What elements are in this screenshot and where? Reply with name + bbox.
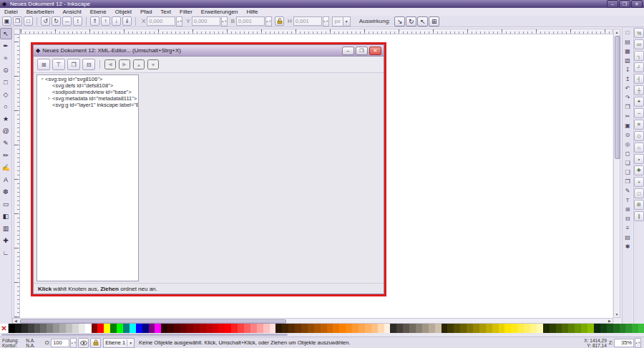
xml-tree-node[interactable]: <sodipodi:namedview id="base"> xyxy=(37,89,138,95)
rotate-cw-button[interactable]: ↻ xyxy=(52,16,61,26)
xml-tree-node[interactable]: ▿ <svg:svg id="svg8106"> xyxy=(37,76,138,82)
palette-swatch[interactable] xyxy=(53,324,59,333)
palette-swatch[interactable] xyxy=(9,324,15,333)
menu-erweiterungen[interactable]: Erweiterungen xyxy=(197,8,243,16)
palette-swatch[interactable] xyxy=(339,324,346,333)
palette-swatch[interactable] xyxy=(530,324,537,333)
text-dialog-button[interactable]: T xyxy=(623,195,633,204)
tweak-tool[interactable]: ≈ xyxy=(0,52,12,64)
select-all-button[interactable]: ▣ xyxy=(2,16,11,26)
snap-grid-toggle[interactable]: ⊞ xyxy=(634,200,644,210)
palette-swatch[interactable] xyxy=(136,324,142,333)
fill-stroke-indicator[interactable]: Füllung: N.A. Kontur: N.A. xyxy=(2,338,35,348)
align-dialog-button[interactable]: ⊟ xyxy=(623,214,633,223)
menu-objekt[interactable]: Objekt xyxy=(111,8,136,16)
duplicate-button[interactable]: ❏ xyxy=(623,158,633,167)
palette-swatch[interactable] xyxy=(517,324,524,333)
new-element-node-button[interactable]: ⊞ xyxy=(37,59,50,70)
snap-bbox-edges-toggle[interactable]: ┐ xyxy=(634,51,644,61)
palette-swatch[interactable] xyxy=(352,324,358,333)
affect-rotate-toggle[interactable]: ↻ xyxy=(406,16,416,26)
palette-swatch[interactable] xyxy=(244,324,250,333)
palette-swatch[interactable] xyxy=(187,324,193,333)
box3d-tool[interactable]: ◇ xyxy=(0,89,12,100)
vertical-scroll-thumb[interactable] xyxy=(615,36,620,159)
palette-swatch[interactable] xyxy=(270,324,276,333)
palette-swatch[interactable] xyxy=(110,324,117,333)
palette-swatch[interactable] xyxy=(59,324,66,333)
snap-paths-toggle[interactable]: ~ xyxy=(634,108,644,118)
preferences-button[interactable]: ✱ xyxy=(623,242,633,251)
snap-bbox-toggle[interactable]: ▭ xyxy=(634,39,644,49)
snap-bbox-corners-toggle[interactable]: ┘ xyxy=(634,62,644,72)
snap-nodes-toggle[interactable]: ✦ xyxy=(634,97,644,107)
menu-bearbeiten[interactable]: Bearbeiten xyxy=(22,8,59,16)
expander-icon[interactable]: ▹ xyxy=(47,95,52,102)
zoom-selection-button[interactable]: ⊙ xyxy=(623,130,633,139)
palette-swatch[interactable] xyxy=(321,324,327,333)
xml-tree-panel[interactable]: ▿ <svg:svg id="svg8106"> <svg:defs id="d… xyxy=(36,74,139,281)
palette-swatch[interactable] xyxy=(282,324,288,333)
scroll-left-icon[interactable]: ◀ xyxy=(13,318,19,324)
palette-swatch[interactable] xyxy=(504,324,511,333)
expander-icon[interactable]: ▿ xyxy=(39,76,45,82)
export-button[interactable]: ↥ xyxy=(623,74,633,83)
palette-swatch[interactable] xyxy=(587,324,594,333)
dropper-tool[interactable]: ✚ xyxy=(0,235,12,246)
rotate-ccw-button[interactable]: ↺ xyxy=(41,16,50,26)
snap-smooth-nodes-toggle[interactable]: ∩ xyxy=(634,142,644,153)
palette-swatch[interactable] xyxy=(562,324,568,333)
palette-swatch[interactable] xyxy=(543,324,550,333)
zoom-drawing-button[interactable]: ◎ xyxy=(623,140,633,148)
palette-swatch[interactable] xyxy=(155,324,161,333)
scroll-up-icon[interactable]: ▲ xyxy=(614,29,620,35)
palette-swatch[interactable] xyxy=(625,324,632,333)
palette-swatch[interactable] xyxy=(149,324,155,333)
opacity-field[interactable]: 100 xyxy=(51,339,69,347)
palette-swatch[interactable] xyxy=(441,324,448,333)
palette-swatch[interactable] xyxy=(620,324,626,333)
open-document-button[interactable]: ▤ xyxy=(623,37,633,46)
raise-button[interactable]: ↑ xyxy=(101,16,110,26)
palette-swatch[interactable] xyxy=(97,324,104,333)
pencil-tool[interactable]: ✎ xyxy=(0,137,12,149)
menu-datei[interactable]: Datei xyxy=(0,8,22,16)
save-document-button[interactable]: ▦ xyxy=(623,47,633,55)
palette-swatch[interactable] xyxy=(550,324,556,333)
move-node-down-button[interactable]: ▼ xyxy=(147,59,159,69)
cut-button[interactable]: ✂ xyxy=(623,112,633,120)
flip-horizontal-button[interactable]: ↔ xyxy=(62,16,72,26)
palette-swatch[interactable] xyxy=(581,324,587,333)
deselect-button[interactable]: □ xyxy=(24,16,33,26)
palette-swatch[interactable] xyxy=(117,324,123,333)
height-field-spinner[interactable]: ▲▼ xyxy=(323,16,329,26)
palette-scroll-thumb[interactable] xyxy=(1,334,288,336)
horizontal-ruler[interactable] xyxy=(20,29,613,34)
selector-tool[interactable]: ↖ xyxy=(0,28,12,39)
palette-swatch[interactable] xyxy=(600,324,607,333)
move-node-up-button[interactable]: ▲ xyxy=(133,59,145,69)
palette-swatch[interactable] xyxy=(130,324,136,333)
rectangle-tool[interactable]: □ xyxy=(0,77,12,88)
snap-bbox-centers-toggle[interactable]: ┼ xyxy=(634,85,644,95)
lower-to-bottom-button[interactable]: ⇓ xyxy=(122,16,132,26)
palette-swatch[interactable] xyxy=(473,324,479,333)
copy-button[interactable]: ❐ xyxy=(623,102,633,111)
palette-swatch[interactable] xyxy=(568,324,575,333)
palette-swatch[interactable] xyxy=(72,324,79,333)
layer-select[interactable]: Ebene 1 ▼ xyxy=(103,338,135,348)
scroll-down-icon[interactable]: ▼ xyxy=(614,311,620,317)
minimize-button[interactable]: – xyxy=(607,0,618,8)
indent-node-button[interactable]: ▶ xyxy=(119,59,130,69)
palette-swatch[interactable] xyxy=(511,324,517,333)
palette-swatch[interactable] xyxy=(288,324,295,333)
xml-tree-node[interactable]: <svg:defs id="defs8108"> xyxy=(37,82,138,89)
snap-bbox-midpoints-toggle[interactable]: ┤ xyxy=(634,74,644,84)
dialog-titlebar[interactable]: ◆ Neues Dokument 12: XML-Editor... (Umsc… xyxy=(34,45,384,57)
menu-ansicht[interactable]: Ansicht xyxy=(58,8,85,16)
affect-pattern-toggle[interactable]: ⊞ xyxy=(429,16,439,26)
palette-swatch[interactable] xyxy=(358,324,365,333)
width-field[interactable]: 0,001 xyxy=(236,16,265,26)
print-button[interactable]: ▧ xyxy=(623,56,633,64)
fill-stroke-dialog-button[interactable]: ✎ xyxy=(623,186,633,195)
